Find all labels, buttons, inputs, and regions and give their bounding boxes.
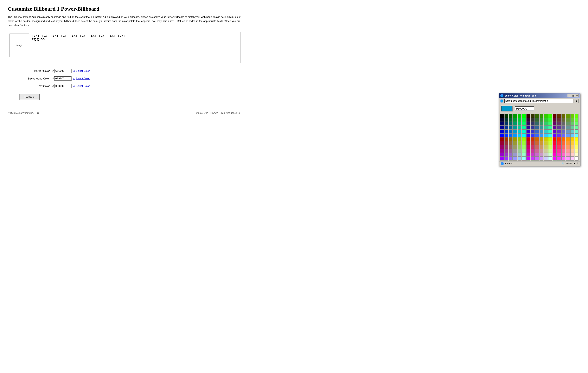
background-select-color-label: Select Color: [76, 77, 90, 80]
color-cell[interactable]: [526, 114, 530, 118]
text-color-input[interactable]: [54, 84, 72, 88]
color-swatch: [501, 106, 513, 112]
border-select-color-button[interactable]: ◇ Select Color: [73, 69, 90, 72]
color-cell[interactable]: [509, 114, 513, 118]
close-button[interactable]: ✕: [575, 94, 579, 97]
footer: © Rich Media Worldwide, LLC Terms of Use…: [8, 112, 241, 114]
color-cell[interactable]: [539, 118, 543, 120]
color-cell[interactable]: [500, 118, 504, 120]
address-dropdown-button[interactable]: ▼: [574, 99, 579, 103]
text-color-row: Text Color: # ◇ Select Color: [19, 84, 580, 88]
text-select-color-label: Select Color: [76, 84, 90, 87]
text-color-hash: #: [52, 84, 54, 87]
color-code-input[interactable]: [515, 106, 534, 111]
window-titlebar: 🌐 Select Color - Windows ooo _ □ ✕: [499, 93, 580, 98]
color-cell[interactable]: [566, 118, 570, 120]
color-cell[interactable]: [535, 118, 539, 120]
background-color-hash: #: [52, 77, 54, 80]
border-color-input[interactable]: [54, 69, 72, 73]
border-color-label: Border Color:: [19, 69, 50, 73]
color-cell[interactable]: [557, 114, 561, 118]
color-cell[interactable]: [553, 114, 556, 118]
color-cell[interactable]: [500, 114, 504, 118]
color-cell[interactable]: [575, 114, 578, 118]
titlebar-buttons: _ □ ✕: [567, 94, 579, 97]
price-superscript: $: [32, 37, 33, 40]
border-color-row: Border Color: # ◇ Select Color: [19, 69, 580, 73]
titlebar-globe-icon: 🌐: [500, 94, 504, 97]
color-cell[interactable]: [513, 114, 517, 118]
window-title: Select Color - Windows: [504, 94, 530, 97]
color-cell[interactable]: [566, 114, 570, 118]
color-cell[interactable]: [553, 118, 556, 120]
color-cell[interactable]: [544, 114, 548, 118]
color-cell[interactable]: [531, 118, 535, 120]
color-cell[interactable]: [561, 118, 565, 120]
color-cell[interactable]: [557, 118, 561, 120]
background-color-input[interactable]: [54, 76, 72, 81]
page-description: The 3Cdepot Instant-Ads contain only an …: [8, 15, 241, 27]
background-select-color-button[interactable]: ◇ Select Color: [73, 77, 90, 80]
color-cell[interactable]: [526, 118, 530, 120]
minimize-button[interactable]: _: [567, 94, 571, 97]
color-cell[interactable]: [535, 114, 539, 118]
text-color-label: Text Color:: [19, 84, 50, 88]
title-dots: ooo: [532, 94, 536, 97]
window-addressbar: 🌐 ▼: [499, 98, 580, 104]
preview-text-area: TEXT TEXT TEXT TEXT TEXT TEXT TEXT TEXT …: [31, 33, 239, 61]
color-cell[interactable]: [522, 118, 526, 120]
color-cell[interactable]: [504, 114, 508, 118]
billboard-preview: image TEXT TEXT TEXT TEXT TEXT TEXT TEXT…: [8, 32, 241, 63]
preview-main-text: TEXT TEXT TEXT TEXT TEXT TEXT TEXT TEXT …: [32, 34, 238, 37]
color-cell[interactable]: [548, 118, 552, 120]
color-cell[interactable]: [531, 114, 535, 118]
continue-button-row: Continue: [19, 94, 580, 100]
price-main: XX.: [33, 37, 41, 42]
price-fraction: XX: [41, 37, 44, 40]
color-cell[interactable]: [509, 118, 513, 120]
address-bar-input[interactable]: [504, 99, 573, 103]
color-cell[interactable]: [575, 118, 578, 120]
color-cell[interactable]: [504, 118, 508, 120]
color-cell[interactable]: [518, 114, 522, 118]
address-globe-icon: 🌐: [500, 99, 504, 103]
text-diamond-icon: ◇: [73, 84, 75, 87]
preview-image-label: image: [16, 44, 22, 47]
color-cell[interactable]: [544, 118, 548, 120]
border-color-hash: #: [52, 69, 54, 72]
color-cell[interactable]: [518, 118, 522, 120]
border-diamond-icon: ◇: [73, 69, 75, 72]
preview-image-box: image: [10, 33, 29, 57]
copyright-text: © Rich Media Worldwide, LLC: [8, 112, 39, 114]
color-cell[interactable]: [513, 118, 517, 120]
background-diamond-icon: ◇: [73, 77, 75, 80]
color-picker-window: 🌐 Select Color - Windows ooo _ □ ✕ 🌐 ▼ 🌐…: [499, 93, 580, 120]
background-color-label: Background Color:: [19, 77, 50, 80]
preview-price: $XX.XX: [32, 37, 238, 42]
page-title: Customize Billboard 1 Power-Billboard: [8, 6, 580, 12]
background-color-row: Background Color: # ◇ Select Color: [19, 76, 580, 81]
color-form: Border Color: # ◇ Select Color Backgroun…: [19, 69, 580, 88]
continue-button[interactable]: Continue: [19, 94, 40, 100]
text-select-color-button[interactable]: ◇ Select Color: [73, 84, 90, 87]
color-cell[interactable]: [561, 114, 565, 118]
color-cell[interactable]: [570, 118, 574, 120]
color-cell[interactable]: [522, 114, 526, 118]
footer-links-text: Terms of Use · Privacy · Scam Avoidance …: [194, 112, 241, 114]
restore-button[interactable]: □: [571, 94, 575, 97]
titlebar-left: 🌐 Select Color - Windows ooo: [500, 94, 536, 97]
color-cell[interactable]: [539, 114, 543, 118]
color-cell[interactable]: [548, 114, 552, 118]
color-grid: [499, 113, 580, 120]
window-color-preview: [499, 104, 580, 113]
color-cell[interactable]: [570, 114, 574, 118]
footer-links: Terms of Use · Privacy · Scam Avoidance …: [194, 112, 241, 114]
border-select-color-label: Select Color: [76, 69, 90, 72]
